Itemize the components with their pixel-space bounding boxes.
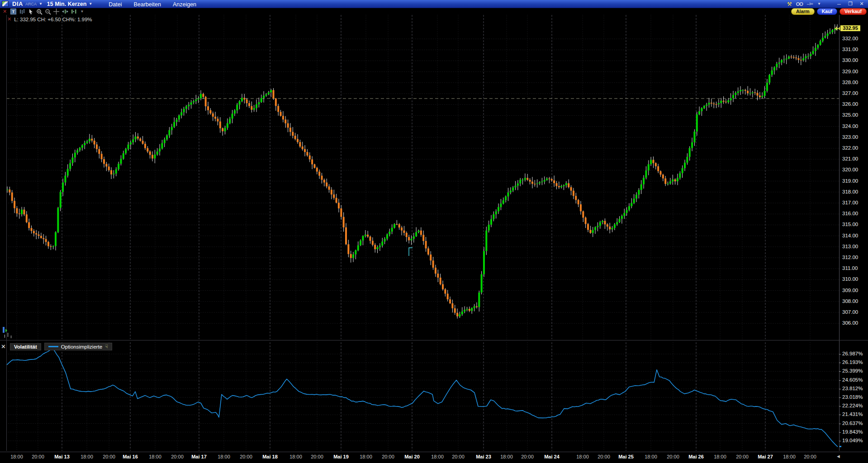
vol-axis-label[interactable]: 19.049%	[842, 438, 863, 443]
compress-bars-icon[interactable]	[70, 9, 77, 14]
wrench-icon[interactable]: ⚒	[787, 1, 792, 7]
text-tool-icon[interactable]: T	[9, 9, 17, 14]
alarm-button[interactable]: Alarm	[791, 8, 815, 15]
vol-axis-label[interactable]: 23.812%	[842, 386, 863, 391]
time-axis-label[interactable]: 18:00	[360, 454, 372, 459]
price-axis-label[interactable]: 312.00	[842, 255, 858, 260]
vol-axis-label[interactable]: 26.193%	[842, 359, 863, 365]
time-axis-label[interactable]: 20:00	[736, 454, 749, 459]
expand-bars-icon[interactable]	[61, 9, 69, 14]
time-axis-label[interactable]: 20:00	[103, 454, 115, 459]
time-axis-label[interactable]: 18:00	[783, 454, 796, 459]
panel-close-icon[interactable]: ✕	[1, 343, 6, 350]
time-axis-label[interactable]: 20:00	[311, 454, 323, 459]
vol-axis-label[interactable]: 25.399%	[842, 368, 863, 373]
close-button[interactable]: ✕	[858, 1, 865, 7]
time-axis-day-label[interactable]: Mai 20	[404, 454, 420, 459]
kauf-button[interactable]: Kauf	[817, 8, 837, 15]
time-axis-label[interactable]: 18:00	[289, 454, 302, 459]
bars-icon[interactable]	[18, 9, 26, 14]
menu-anzeigen[interactable]: Anzeigen	[173, 1, 196, 8]
price-axis-label[interactable]: 328.00	[842, 80, 858, 85]
time-axis-label[interactable]: 18:00	[81, 454, 93, 459]
zoom-out-icon[interactable]	[44, 9, 52, 14]
price-axis-label[interactable]: 317.00	[842, 200, 858, 205]
time-axis-label[interactable]: 20:00	[240, 454, 252, 459]
time-axis-day-label[interactable]: Mai 19	[333, 454, 349, 459]
series-chip[interactable]: Optionsimplizierte ☟	[44, 343, 112, 350]
crosshair-icon[interactable]	[52, 9, 60, 14]
close-icon[interactable]: ✕	[1, 9, 9, 14]
price-axis-label[interactable]: 324.00	[842, 123, 858, 129]
price-axis-label[interactable]: 329.00	[842, 69, 858, 74]
time-axis-label[interactable]: 18:00	[714, 454, 726, 459]
scroll-to-latest-icon[interactable]: ◄	[836, 454, 841, 459]
time-axis-label[interactable]: 20:00	[382, 454, 394, 459]
dropdown-icon[interactable]: ▼	[78, 9, 86, 14]
time-axis-label[interactable]: 20:00	[598, 454, 610, 459]
zoom-in-icon[interactable]	[35, 9, 43, 14]
symbol-dropdown-icon[interactable]: ▼	[39, 2, 43, 6]
time-axis-day-label[interactable]: Mai 24	[544, 454, 560, 459]
chain-links-icon[interactable]: OO	[796, 1, 803, 7]
verkauf-button[interactable]: Verkauf	[840, 8, 867, 15]
time-axis-label[interactable]: 20:00	[171, 454, 184, 459]
price-axis-label[interactable]: 322.00	[842, 145, 858, 151]
time-axis-day-label[interactable]: Mai 16	[123, 454, 138, 459]
vol-axis-label[interactable]: 23.018%	[842, 394, 863, 400]
scroll-marker-icon[interactable]	[3, 327, 5, 333]
restore-button[interactable]: ❐	[847, 1, 854, 7]
time-axis-label[interactable]: 18:00	[500, 454, 513, 459]
vol-axis-label[interactable]: 19.843%	[842, 429, 863, 435]
menu-bearbeiten[interactable]: Bearbeiten	[133, 1, 161, 8]
time-axis-label[interactable]: 18:00	[645, 454, 657, 459]
price-axis-label[interactable]: 327.00	[842, 90, 858, 96]
price-axis-label[interactable]: 330.00	[842, 57, 858, 63]
price-axis-label[interactable]: 307.00	[842, 309, 858, 315]
minimize-button[interactable]: ─	[835, 1, 843, 7]
pin-icon[interactable]: –⊨	[807, 1, 813, 6]
time-axis-label[interactable]: 20:00	[452, 454, 465, 459]
price-axis-label[interactable]: 310.00	[842, 276, 858, 282]
price-axis-label[interactable]: 308.00	[842, 298, 858, 304]
vol-axis-label[interactable]: 24.605%	[842, 377, 863, 383]
panel-divider[interactable]	[0, 340, 868, 340]
price-axis-label[interactable]: 331.00	[842, 47, 858, 52]
axis-separator[interactable]	[839, 15, 840, 451]
symbol-label[interactable]: DIA	[12, 0, 23, 7]
candlestick-chart[interactable]	[0, 0, 868, 463]
time-axis-label[interactable]: 18:00	[10, 454, 23, 459]
time-axis-label[interactable]: 20:00	[804, 454, 816, 459]
price-axis-label[interactable]: 314.00	[842, 233, 858, 238]
price-axis-label[interactable]: 315.00	[842, 222, 858, 227]
price-axis-label[interactable]: 318.00	[842, 189, 858, 194]
price-axis-label[interactable]: 311.00	[842, 265, 858, 271]
time-axis-label[interactable]: 20:00	[667, 454, 679, 459]
price-axis-label[interactable]: 306.00	[842, 320, 858, 326]
price-axis-label[interactable]: 323.00	[842, 134, 858, 140]
vol-axis-label[interactable]: 20.637%	[842, 420, 863, 426]
price-axis-label[interactable]: 309.00	[842, 288, 858, 293]
interval-dropdown-icon[interactable]: ▼	[89, 2, 92, 6]
time-axis-day-label[interactable]: Mai 27	[758, 454, 773, 459]
price-axis-label[interactable]: 313.00	[842, 244, 858, 249]
time-axis-label[interactable]: 18:00	[218, 454, 230, 459]
legend-delete-icon[interactable]: ✕	[7, 16, 11, 22]
dropdown-icon[interactable]: ▼	[817, 2, 821, 6]
time-axis-label[interactable]: 18:00	[576, 454, 589, 459]
time-axis-label[interactable]: 18:00	[431, 454, 444, 459]
time-axis-day-label[interactable]: Mai 25	[618, 454, 634, 459]
time-axis-label[interactable]: 20:00	[521, 454, 534, 459]
price-axis-label[interactable]: 326.00	[842, 101, 858, 107]
time-axis-label[interactable]: 18:00	[149, 454, 161, 459]
price-axis-label[interactable]: 320.00	[842, 167, 858, 172]
vol-axis-label[interactable]: 26.987%	[842, 351, 863, 356]
price-axis-label[interactable]: 316.00	[842, 211, 858, 216]
time-axis-day-label[interactable]: Mai 17	[191, 454, 207, 459]
time-axis-day-label[interactable]: Mai 13	[54, 454, 70, 459]
interval-selector[interactable]: 15 Min. Kerzen	[47, 1, 87, 7]
volatility-title-chip[interactable]: Volatilität	[10, 343, 41, 350]
time-axis-day-label[interactable]: Mai 23	[476, 454, 491, 459]
price-axis-label[interactable]: 321.00	[842, 156, 858, 161]
price-axis-label[interactable]: 325.00	[842, 112, 858, 118]
